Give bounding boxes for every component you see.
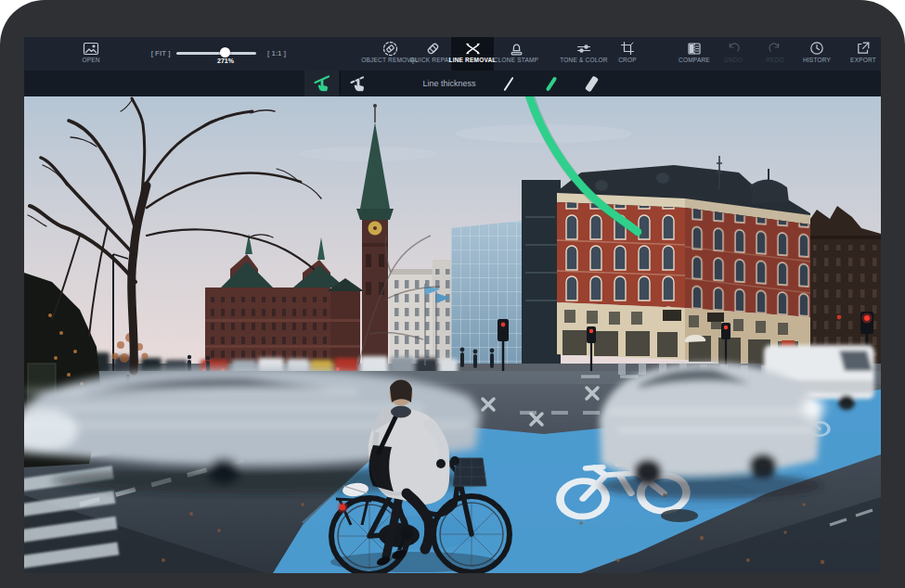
tool-object-removal[interactable]: OBJECT REMOVAL — [366, 37, 414, 70]
draw-line-marker-button[interactable] — [304, 70, 339, 96]
medium-line-sample — [546, 76, 558, 91]
open-label: OPEN — [82, 57, 99, 63]
tool-clone-stamp[interactable]: CLONE STAMP — [492, 37, 540, 70]
tool-quick-repair[interactable]: QUICK REPAIR — [408, 37, 457, 70]
app-screen: OPEN [ FIT ] 271% [ 1:1 ] OBJECT REMOVAL — [24, 37, 881, 573]
history-clock-icon — [809, 41, 824, 56]
app-window: OPEN [ FIT ] 271% [ 1:1 ] OBJECT REMOVAL — [0, 0, 905, 588]
export-box-arrow-icon — [856, 41, 871, 56]
erase-line-hand-icon — [348, 73, 368, 94]
compare-panels-icon — [687, 41, 702, 56]
sliders-icon — [575, 41, 592, 56]
thickness-medium-button[interactable] — [536, 70, 567, 96]
draw-line-hand-icon — [312, 73, 332, 94]
redo-arrow-icon — [768, 41, 782, 56]
action-export[interactable]: EXPORT — [839, 37, 881, 70]
thickness-thin-button[interactable] — [493, 70, 524, 96]
crossed-lines-icon — [465, 41, 481, 56]
action-history[interactable]: HISTORY — [793, 37, 841, 70]
street-photo — [24, 96, 881, 573]
line-thickness-label: Line thickness — [403, 70, 496, 96]
manhole-cover — [661, 509, 698, 522]
bandage-icon — [425, 41, 441, 56]
main-toolbar: OPEN [ FIT ] 271% [ 1:1 ] OBJECT REMOVAL — [24, 37, 881, 70]
zoom-slider-track[interactable] — [176, 52, 256, 55]
tool-tone-color[interactable]: TONE & COLOR — [560, 37, 608, 70]
zoom-slider-knob[interactable] — [220, 47, 230, 58]
open-image-icon — [83, 41, 99, 56]
thin-line-sample — [504, 76, 514, 90]
open-button[interactable]: OPEN — [67, 37, 115, 70]
photo-canvas[interactable] — [24, 96, 881, 573]
fit-button[interactable]: [ FIT ] — [140, 49, 181, 58]
thickness-thick-button[interactable] — [575, 70, 607, 96]
crop-icon — [620, 41, 635, 56]
thick-line-sample — [584, 75, 598, 92]
blurred-car-right — [600, 363, 828, 499]
tool-crop[interactable]: CROP — [603, 37, 652, 70]
line-removal-panel: Line thickness — [24, 70, 881, 96]
eraser-dashed-circle-icon — [382, 41, 398, 56]
erase-line-marker-button[interactable] — [341, 70, 375, 96]
one-to-one-button[interactable]: [ 1:1 ] — [256, 49, 297, 58]
stamp-icon — [509, 41, 524, 56]
zoom-value: 271% — [205, 58, 246, 64]
undo-arrow-icon — [726, 41, 741, 56]
tool-line-removal[interactable]: LINE REMOVAL — [451, 37, 494, 70]
